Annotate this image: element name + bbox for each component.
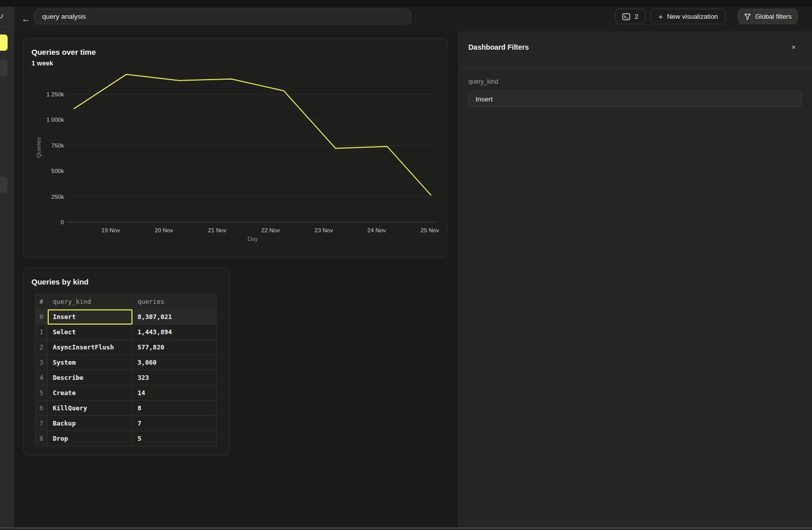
table-row: 4Describe323: [36, 370, 217, 385]
cell-queries[interactable]: 1,443,894: [132, 325, 217, 340]
global-filters-button[interactable]: Global filters: [738, 9, 798, 24]
back-button[interactable]: ←: [20, 13, 32, 25]
cell-query-kind[interactable]: AsyncInsertFlush: [48, 340, 132, 355]
cell-query-kind[interactable]: Create: [48, 385, 132, 401]
cell-queries[interactable]: 8,307,021: [132, 309, 217, 325]
cell-queries[interactable]: 5: [132, 431, 217, 446]
cell-query-kind[interactable]: System: [48, 355, 132, 370]
table-title: Queries by kind: [31, 277, 89, 286]
cell-index: 3: [36, 355, 48, 370]
sql-console-icon: [622, 13, 630, 20]
cell-index: 7: [36, 416, 48, 431]
y-tick-label: 1 250k: [46, 91, 64, 97]
y-tick-label: 750k: [51, 143, 64, 149]
cell-queries[interactable]: 14: [132, 385, 217, 401]
sql-console-button[interactable]: 2: [615, 9, 646, 24]
table-row: 7Backup7: [36, 416, 217, 431]
filter-field-label: query_kind: [468, 78, 498, 85]
dashboard-filters-panel: Dashboard Filters × query_kind: [457, 31, 812, 527]
y-axis-title: Queries: [36, 137, 42, 158]
cell-index: 8: [36, 431, 48, 446]
dashboard-title-input[interactable]: [35, 9, 411, 24]
column-header-query-kind[interactable]: query_kind: [48, 294, 132, 309]
sidebar-thumb[interactable]: [0, 60, 8, 76]
cell-query-kind[interactable]: Backup: [48, 416, 132, 431]
column-header-queries[interactable]: queries: [132, 294, 217, 309]
topbar: ← 2 + New visualization Global filters: [14, 7, 812, 31]
global-filters-label: Global filters: [755, 13, 792, 20]
cell-queries[interactable]: 7: [132, 416, 217, 431]
dashboard-canvas: Queries over time 1 week 0250k500k750k1 …: [14, 31, 457, 527]
plus-icon: +: [658, 12, 663, 21]
funnel-icon: [744, 13, 751, 20]
cell-index: 2: [36, 340, 48, 355]
table-row: 0Insert8,307,021: [36, 309, 217, 325]
x-tick-label: 20 Nov: [155, 227, 174, 233]
panel-title: Dashboard Filters: [468, 43, 529, 51]
y-tick-label: 1 000k: [46, 117, 64, 123]
queries-over-time-chart[interactable]: 0250k500k750k1 000k1 250k19 Nov20 Nov21 …: [23, 39, 449, 258]
queries-by-kind-card: Queries by kind # query_kind queries 0In…: [23, 268, 230, 455]
x-tick-label: 19 Nov: [101, 227, 120, 233]
cell-query-kind[interactable]: Select: [48, 325, 132, 340]
refresh-icon[interactable]: ↻: [0, 11, 4, 21]
panel-divider: [458, 67, 812, 68]
table-row: 6KillQuery8: [36, 401, 217, 416]
query-kind-filter-input[interactable]: [468, 91, 802, 107]
x-tick-label: 24 Nov: [367, 227, 386, 233]
collapsed-sidebar: ↻: [0, 7, 14, 527]
x-tick-label: 21 Nov: [208, 227, 227, 233]
cell-index: 1: [36, 325, 48, 340]
window-bottom-band: [0, 527, 812, 530]
cell-query-kind[interactable]: Insert: [48, 309, 132, 325]
x-axis-title: Day: [248, 236, 258, 242]
sidebar-thumb-active[interactable]: [0, 34, 8, 51]
console-count: 2: [634, 13, 638, 20]
queries-by-kind-table: # query_kind queries 0Insert8,307,0211Se…: [35, 294, 217, 446]
table-row: 5Create14: [36, 385, 217, 401]
table-row: 1Select1,443,894: [36, 325, 217, 340]
cell-index: 5: [36, 385, 48, 401]
table-row: 3System3,060: [36, 355, 217, 370]
cell-queries[interactable]: 8: [132, 401, 217, 416]
y-tick-label: 500k: [51, 168, 64, 174]
table-row: 8Drop5: [36, 431, 217, 446]
sidebar-thumb[interactable]: [0, 176, 8, 193]
cell-index: 0: [36, 309, 48, 325]
cell-query-kind[interactable]: KillQuery: [48, 401, 132, 416]
y-tick-label: 250k: [51, 194, 64, 200]
table-row: 2AsyncInsertFlush577,820: [36, 340, 217, 355]
new-visualization-label: New visualization: [667, 13, 718, 20]
x-tick-label: 22 Nov: [261, 227, 280, 233]
queries-line-series: [74, 75, 431, 195]
table-header-row: # query_kind queries: [36, 294, 217, 309]
queries-over-time-card: Queries over time 1 week 0250k500k750k1 …: [23, 38, 448, 258]
column-header-index[interactable]: #: [36, 294, 48, 309]
close-icon[interactable]: ×: [789, 42, 799, 52]
cell-query-kind[interactable]: Describe: [48, 370, 132, 385]
window-top-band: [0, 0, 812, 7]
x-tick-label: 23 Nov: [315, 227, 333, 233]
y-tick-label: 0: [61, 219, 64, 225]
cell-queries[interactable]: 3,060: [132, 355, 217, 370]
cell-index: 4: [36, 370, 48, 385]
new-visualization-button[interactable]: + New visualization: [651, 9, 726, 24]
cell-queries[interactable]: 577,820: [132, 340, 217, 355]
cell-queries[interactable]: 323: [132, 370, 217, 385]
cell-index: 6: [36, 401, 48, 416]
rail-divider: [0, 27, 14, 27]
cell-query-kind[interactable]: Drop: [48, 431, 132, 446]
x-tick-label: 25 Nov: [421, 227, 439, 233]
